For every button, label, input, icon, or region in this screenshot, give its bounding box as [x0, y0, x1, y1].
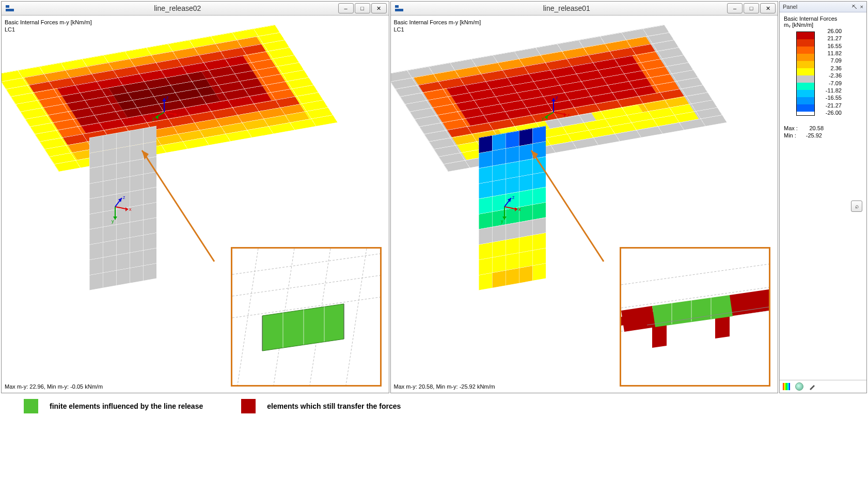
svg-line-51 [621, 264, 769, 285]
app-icon [395, 5, 403, 11]
svg-text:y: y [152, 116, 155, 121]
svg-text:z: z [166, 95, 169, 100]
info-top-left: Basic Internal Forces m-y [kNm/m] LC1 [5, 19, 92, 33]
window-title: line_release01 [407, 4, 727, 12]
side-panel: Panel ⛏ × Basic Internal Forces mᵧ [kNm/… [779, 1, 867, 393]
close-button[interactable]: ✕ [760, 3, 776, 13]
svg-marker-5 [162, 98, 166, 101]
svg-text:x: x [518, 207, 521, 212]
app-icon [6, 5, 14, 11]
globe-icon[interactable] [795, 382, 803, 391]
axis-gizmo-slab: xyz [151, 94, 182, 125]
svg-text:y: y [542, 116, 544, 121]
svg-text:y: y [112, 219, 114, 224]
svg-marker-26 [262, 304, 344, 351]
svg-text:x: x [178, 112, 181, 117]
close-button[interactable]: ✕ [371, 3, 387, 13]
legend-text-2: elements which still transfer the forces [267, 402, 401, 410]
viewport-left[interactable]: Basic Internal Forces m-y [kNm/m] LC1 [2, 16, 389, 393]
maximize-button[interactable]: □ [744, 3, 759, 13]
svg-marker-37 [551, 98, 556, 101]
svg-text:x: x [129, 207, 132, 212]
svg-text:z: z [556, 95, 558, 100]
svg-text:y: y [501, 219, 503, 224]
svg-text:z: z [123, 195, 125, 200]
color-legend: 26.0021.2716.5511.827.092.36-2.36-7.09-1… [784, 32, 862, 116]
info-top-left: Basic Internal Forces m-y [kNm/m] LC1 [394, 19, 481, 33]
maximize-button[interactable]: □ [355, 3, 370, 13]
titlebar-left[interactable]: line_release02 – □ ✕ [2, 2, 389, 16]
window-title: line_release02 [18, 4, 337, 12]
minimize-button[interactable]: – [727, 3, 743, 13]
marker-icon[interactable] [809, 383, 816, 390]
close-icon[interactable]: × [860, 4, 863, 10]
panel-heading: Basic Internal Forces mᵧ [kNm/m] [784, 16, 862, 28]
bottom-legend: finite elements influenced by the line r… [0, 394, 868, 418]
legend-mode-icon[interactable] [783, 383, 790, 390]
detail-inset [231, 247, 382, 387]
info-bottom-left: Max m-y: 20.58, Min m-y: -25.92 kNm/m [394, 383, 495, 390]
zoom-button[interactable]: ⌕ [851, 201, 862, 212]
legend-text-1: finite elements influenced by the line r… [50, 402, 203, 410]
svg-marker-56 [730, 289, 769, 316]
svg-text:z: z [512, 195, 515, 200]
panel-header[interactable]: Panel ⛏ × [780, 2, 866, 12]
legend-swatch-green [24, 399, 38, 413]
viewport-pane-right: line_release01 – □ ✕ Basic Internal Forc… [390, 1, 779, 393]
svg-marker-33 [564, 113, 566, 117]
viewport-pane-left: line_release02 – □ ✕ Basic Internal Forc… [1, 1, 389, 393]
legend-swatch-red [241, 399, 256, 413]
detail-inset [620, 247, 770, 387]
max-value-row: Max : 20.58 [784, 125, 862, 131]
panel-title: Panel [783, 4, 797, 10]
pin-icon[interactable]: ⛏ [852, 4, 857, 10]
svg-marker-42 [515, 207, 517, 211]
titlebar-right[interactable]: line_release01 – □ ✕ [391, 2, 778, 16]
min-value-row: Min : -25.92 [784, 132, 862, 138]
svg-text:x: x [567, 112, 570, 117]
axis-gizmo-slab: xyz [541, 94, 572, 125]
svg-line-20 [232, 275, 380, 296]
svg-marker-1 [175, 113, 177, 117]
svg-marker-10 [125, 207, 128, 211]
svg-line-25 [346, 249, 367, 385]
axis-gizmo-wall: xyz [492, 194, 523, 225]
info-bottom-left: Max m-y: 22.96, Min m-y: -0.05 kNm/m [5, 383, 103, 390]
axis-gizmo-wall: xyz [102, 194, 133, 225]
minimize-button[interactable]: – [338, 3, 354, 13]
viewport-right[interactable]: Basic Internal Forces m-y [kNm/m] LC1 [391, 16, 778, 393]
panel-footer [780, 380, 866, 393]
